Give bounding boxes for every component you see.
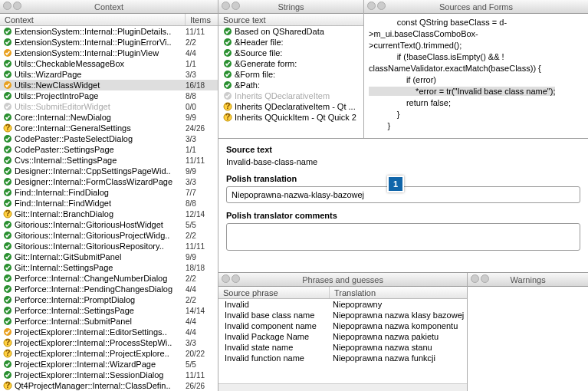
close-icon[interactable] — [222, 274, 230, 283]
context-row[interactable]: ExtensionSystem::Internal::PluginDetails… — [0, 26, 218, 37]
string-text: &Header file: — [235, 38, 360, 47]
string-row[interactable]: &Generate form: — [218, 58, 363, 69]
context-text: Designer::Internal::CppSettingsPageWid.. — [15, 166, 186, 176]
context-count: 9/9 — [186, 167, 215, 176]
comments-label: Polish translator comments — [226, 211, 580, 220]
context-row[interactable]: ExtensionSystem::Internal::PluginErrorVi… — [0, 37, 218, 48]
context-count: 16/18 — [186, 81, 215, 90]
string-row[interactable]: ?Inherits QQuickItem - Qt Quick 2 — [218, 112, 363, 123]
context-row[interactable]: Gitorious::Internal::GitoriousHostWidget… — [0, 219, 218, 230]
context-count: 9/9 — [186, 253, 215, 261]
restore-icon[interactable] — [481, 274, 489, 283]
context-row[interactable]: ?Core::Internal::GeneralSettings24/26 — [0, 123, 218, 133]
context-row[interactable]: Perforce::Internal::SettingsPage14/14 — [0, 305, 218, 316]
col-source-phrase[interactable]: Source phrase — [218, 287, 330, 298]
context-count: 3/3 — [186, 339, 215, 347]
string-row[interactable]: Based on QSharedData — [218, 26, 363, 37]
check-icon — [3, 242, 12, 251]
string-row[interactable]: &Source file: — [218, 48, 363, 58]
warnings-list[interactable] — [468, 287, 588, 391]
context-row[interactable]: ProjectExplorer::Internal::WizardPage5/5 — [0, 359, 218, 370]
context-row[interactable]: Perforce::Internal::SubmitPanel4/4 — [0, 316, 218, 327]
context-count: 20/22 — [186, 350, 215, 358]
context-row[interactable]: Utils::ProjectIntroPage8/8 — [0, 90, 218, 101]
phrase-row[interactable]: Invalid function nameNiepoprawna nazwa f… — [218, 353, 467, 363]
context-text: Perforce::Internal::SettingsPage — [15, 306, 186, 315]
context-count: 1/1 — [186, 146, 215, 154]
strings-list[interactable]: Based on QSharedData&Header file:&Source… — [218, 26, 363, 138]
phrases-title: Phrases and guesses — [302, 275, 383, 284]
sources-title: Sources and Forms — [439, 2, 513, 12]
string-row[interactable]: &Form file: — [218, 69, 363, 80]
context-row[interactable]: Find::Internal::FindWidget8/8 — [0, 198, 218, 209]
context-text: ExtensionSystem::Internal::PluginView — [15, 48, 186, 58]
phrase-row[interactable]: Invalid state nameNiepoprawna nazwa stan… — [218, 342, 467, 353]
comments-input[interactable] — [226, 223, 580, 251]
context-count: 24/26 — [186, 124, 215, 133]
context-text: ProjectExplorer::Internal::EditorSetting… — [15, 327, 186, 337]
restore-icon[interactable] — [232, 2, 240, 10]
context-row[interactable]: Gitorious::Internal::GitoriousProjectWid… — [0, 230, 218, 241]
restore-icon[interactable] — [232, 274, 240, 283]
scrollbar[interactable] — [218, 383, 467, 391]
warning-icon — [3, 48, 12, 58]
context-row[interactable]: ProjectExplorer::Internal::EditorSetting… — [0, 327, 218, 337]
restore-icon[interactable] — [13, 2, 21, 10]
context-row[interactable]: Utils::CheckableMessageBox1/1 — [0, 58, 218, 69]
context-row[interactable]: Git::Internal::SettingsPage18/18 — [0, 262, 218, 273]
bottom-split: Phrases and guesses Source phrase Transl… — [218, 272, 588, 391]
warnings-pane: Warnings — [468, 273, 588, 391]
phrase-row[interactable]: InvalidNiepoprawny — [218, 299, 467, 310]
context-row[interactable]: Perforce::Internal::PromptDialog2/2 — [0, 294, 218, 305]
question-icon: ? — [223, 113, 232, 122]
context-list[interactable]: ExtensionSystem::Internal::PluginDetails… — [0, 26, 218, 391]
phrase-row[interactable]: Invalid component nameNiepoprawna nazwa … — [218, 320, 467, 331]
context-row[interactable]: ProjectExplorer::Internal::SessionDialog… — [0, 370, 218, 380]
col-items[interactable]: Items — [186, 14, 218, 25]
context-row[interactable]: ExtensionSystem::Internal::PluginView4/4 — [0, 48, 218, 58]
close-icon[interactable] — [222, 2, 230, 10]
phrase-translation: Niepoprawna nazwa stanu — [333, 343, 464, 352]
check-icon — [223, 38, 232, 47]
context-row[interactable]: Core::Internal::NewDialog9/9 — [0, 112, 218, 123]
check-icon — [3, 370, 12, 380]
context-row[interactable]: CodePaster::PasteSelectDialog3/3 — [0, 133, 218, 144]
context-count: 3/3 — [186, 135, 215, 143]
phrase-row[interactable]: Invalid Package NameNiepoprawna nazwa pa… — [218, 331, 467, 342]
context-row[interactable]: Utils::SubmitEditorWidget0/0 — [0, 101, 218, 112]
close-icon[interactable] — [367, 2, 376, 10]
phrase-row[interactable]: Invalid base class nameNiepoprawna nazwa… — [218, 310, 467, 320]
col-context[interactable]: Context — [0, 14, 186, 25]
context-row[interactable]: Git::Internal::GitSubmitPanel9/9 — [0, 251, 218, 262]
string-text: Inherits QQuickItem - Qt Quick 2 — [235, 113, 360, 122]
context-row[interactable]: Find::Internal::FindDialog7/7 — [0, 187, 218, 198]
code-area[interactable]: const QString baseClass = d- >m_ui.baseC… — [364, 14, 588, 138]
string-row[interactable]: ?Inherits QDeclarativeItem - Qt ... — [218, 101, 363, 112]
context-row[interactable]: Gitorious::Internal::GitoriousRepository… — [0, 241, 218, 251]
phrase-source: Invalid — [222, 300, 333, 309]
context-row[interactable]: Utils::WizardPage3/3 — [0, 69, 218, 80]
context-row[interactable]: Designer::Internal::CppSettingsPageWid..… — [0, 166, 218, 176]
context-row[interactable]: Designer::Internal::FormClassWizardPage3… — [0, 176, 218, 187]
context-row[interactable]: Perforce::Internal::PendingChangesDialog… — [0, 284, 218, 294]
phrase-source: Invalid function name — [222, 353, 333, 363]
context-row[interactable]: ?ProjectExplorer::Internal::ProjectExplo… — [0, 348, 218, 359]
context-row[interactable]: Utils::NewClassWidget16/18 — [0, 80, 218, 90]
context-text: Gitorious::Internal::GitoriousRepository… — [15, 242, 186, 251]
col-source-text[interactable]: Source text — [218, 14, 363, 25]
restore-icon[interactable] — [377, 2, 386, 10]
context-row[interactable]: CodePaster::SettingsPage1/1 — [0, 144, 218, 155]
close-icon[interactable] — [3, 2, 11, 10]
context-row[interactable]: ?Git::Internal::BranchDialog12/14 — [0, 209, 218, 219]
context-row[interactable]: ?Qt4ProjectManager::Internal::ClassDefin… — [0, 380, 218, 391]
string-row[interactable]: Inherits QDeclarativeItem — [218, 90, 363, 101]
string-row[interactable]: &Path: — [218, 80, 363, 90]
phrases-list[interactable]: InvalidNiepoprawnyInvalid base class nam… — [218, 299, 467, 383]
context-row[interactable]: ?ProjectExplorer::Internal::ProcessStepW… — [0, 337, 218, 348]
string-row[interactable]: &Header file: — [218, 37, 363, 48]
col-translation[interactable]: Translation — [330, 287, 467, 298]
context-row[interactable]: Perforce::Internal::ChangeNumberDialog2/… — [0, 273, 218, 284]
context-count: 4/4 — [186, 317, 215, 326]
context-row[interactable]: Cvs::Internal::SettingsPage11/11 — [0, 155, 218, 166]
close-icon[interactable] — [471, 274, 479, 283]
